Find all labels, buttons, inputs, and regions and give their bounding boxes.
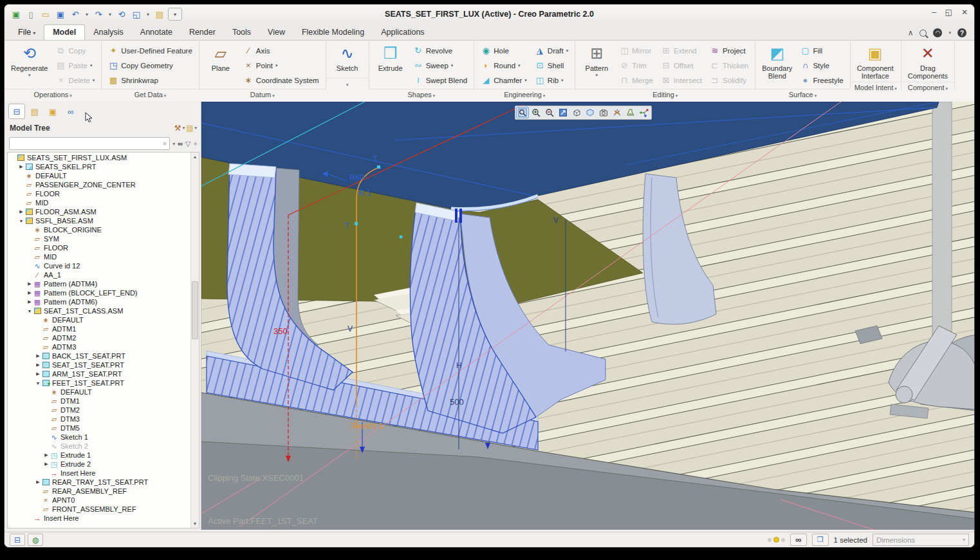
tab-model[interactable]: Model bbox=[44, 24, 85, 40]
tree-item-mid[interactable]: ▱MID bbox=[10, 198, 190, 207]
tree-item-default[interactable]: ∗DEFAULT bbox=[10, 387, 190, 397]
help-icon[interactable]: ? bbox=[957, 28, 966, 37]
tree-item-sketch-1[interactable]: ∿Sketch 1 bbox=[10, 433, 190, 442]
round-button[interactable]: ◗Round▾ bbox=[477, 58, 530, 73]
scroll-down-icon[interactable]: ▼ bbox=[191, 519, 199, 528]
graphics-area[interactable]: 350 500 V V H T T R60 R 1 Sketch 1 Clipp… bbox=[201, 102, 975, 530]
named-views-icon[interactable] bbox=[570, 107, 583, 118]
toggle-navigator-icon[interactable]: ⊟ bbox=[10, 534, 25, 546]
search-filter-icon[interactable]: ▽ bbox=[185, 140, 190, 148]
search-caret-icon[interactable]: ▾ bbox=[172, 141, 175, 147]
tab-tools[interactable]: Tools bbox=[224, 25, 259, 40]
expand-right-icon[interactable]: ▶ bbox=[26, 299, 33, 304]
tree-item-seat-1st-seat-prt[interactable]: ▶SEAT_1ST_SEAT.PRT bbox=[10, 360, 190, 369]
group-label-engineering[interactable]: Engineering bbox=[474, 89, 575, 100]
tree-item-pattern-adtm4-[interactable]: ▶▦Pattern (ADTM4) bbox=[10, 279, 190, 288]
dropdown-caret-icon[interactable]: ▾ bbox=[451, 63, 454, 68]
component-interface-button[interactable]: ▣Component Interface bbox=[854, 42, 897, 81]
pattern-button[interactable]: ⊞Pattern▾ bbox=[578, 42, 615, 88]
tree-settings-caret-icon[interactable]: ▾ bbox=[183, 126, 185, 131]
tree-item-pattern-block-left-end-[interactable]: ▶▦Pattern (BLOCK_LEFT_END) bbox=[10, 288, 190, 297]
extrude-button[interactable]: ❒Extrude bbox=[373, 42, 409, 88]
expand-down-icon[interactable]: ▼ bbox=[26, 309, 33, 313]
sketch-button[interactable]: ∿Sketch bbox=[329, 42, 365, 77]
tab-annotate[interactable]: Annotate bbox=[132, 25, 181, 40]
tree-item-arm-1st-seat-prt[interactable]: ▶ARM_1ST_SEAT.PRT bbox=[10, 369, 190, 378]
windows-icon[interactable]: ◱ bbox=[130, 8, 143, 21]
tree-item-extrude-1[interactable]: ▶◳Extrude 1 bbox=[10, 451, 190, 460]
copy-geometry-button[interactable]: ◳Copy Geometry bbox=[105, 58, 196, 73]
regenerate-icon[interactable]: ⟲ bbox=[115, 8, 128, 21]
dropdown-caret-icon[interactable]: ▾ bbox=[518, 63, 521, 68]
search-clear-icon[interactable]: × bbox=[163, 140, 167, 147]
save-icon[interactable]: ▣ bbox=[54, 8, 67, 21]
undo-icon[interactable]: ↶ bbox=[69, 8, 82, 21]
3d-model-view[interactable]: 350 500 V V H T T R60 R 1 Sketch 1 Clipp… bbox=[201, 102, 975, 530]
tree-item-back-1st-seat-prt[interactable]: ▶BACK_1ST_SEAT.PRT bbox=[10, 351, 190, 360]
tree-item-passenger-zone-center[interactable]: ▱PASSENGER_ZONE_CENTER bbox=[10, 180, 190, 189]
tree-item-aa-1[interactable]: ∕AA_1 bbox=[10, 270, 190, 279]
redo-caret-icon[interactable]: ▾ bbox=[107, 8, 113, 21]
model-tree-tab[interactable]: ⊟ bbox=[8, 104, 25, 119]
expand-right-icon[interactable]: ▶ bbox=[43, 462, 50, 467]
tree-item-curve-id-12[interactable]: ∿Curve id 12 bbox=[10, 261, 190, 270]
shell-button[interactable]: ⊡Shell bbox=[532, 58, 571, 73]
tree-item-block-origine[interactable]: ∗BLOCK_ORIGINE bbox=[10, 225, 190, 234]
tree-item-dtm2[interactable]: ▱DTM2 bbox=[10, 406, 190, 415]
group-label-datum[interactable]: Datum bbox=[199, 89, 326, 100]
tab-view[interactable]: View bbox=[259, 25, 293, 40]
tree-item-seats-set-first-lux-asm[interactable]: SEATS_SET_FIRST_LUX.ASM bbox=[10, 153, 190, 162]
windows-caret-icon[interactable]: ▾ bbox=[145, 8, 151, 21]
zoom-region-icon[interactable] bbox=[516, 107, 529, 118]
tree-scrollbar[interactable]: ▲ ▼ bbox=[190, 153, 199, 528]
scroll-up-icon[interactable]: ▲ bbox=[191, 153, 199, 161]
fill-button[interactable]: ▢Fill bbox=[797, 43, 846, 58]
axis-button[interactable]: ∕Axis bbox=[240, 43, 322, 58]
group-label-operations[interactable]: Operations bbox=[5, 89, 101, 100]
tab-analysis[interactable]: Analysis bbox=[85, 25, 132, 40]
tree-item-adtm2[interactable]: ▱ADTM2 bbox=[10, 333, 190, 342]
tree-item-front-assembly-ref[interactable]: ▱FRONT_ASSEMBLY_REF bbox=[10, 505, 190, 514]
tree-item-ssfl-base-asm[interactable]: ▼SSFL_BASE.ASM bbox=[10, 216, 190, 225]
sweep-button[interactable]: ∾Sweep▾ bbox=[410, 58, 471, 73]
group-label-surface[interactable]: Surface bbox=[755, 89, 849, 100]
expand-right-icon[interactable]: ▶ bbox=[26, 290, 33, 295]
search-expand-icon[interactable]: + bbox=[194, 140, 198, 147]
hole-button[interactable]: ◉Hole bbox=[477, 43, 530, 58]
tree-item-rear-asembly-ref[interactable]: ▱REAR_ASEMBLY_REF bbox=[10, 487, 190, 496]
connect-caret-icon[interactable]: ▾ bbox=[948, 30, 951, 35]
close-window-icon[interactable]: ▤ bbox=[153, 8, 166, 21]
expand-right-icon[interactable]: ▶ bbox=[43, 453, 50, 458]
dim-350-label[interactable]: 350 bbox=[273, 326, 288, 336]
app-icon[interactable]: ▣ bbox=[10, 8, 23, 21]
customize-icon[interactable]: ▾ bbox=[168, 8, 182, 21]
scroll-thumb[interactable] bbox=[192, 281, 198, 339]
dropdown-caret-icon[interactable]: ▾ bbox=[524, 78, 527, 83]
restore-button[interactable]: ◱ bbox=[945, 8, 952, 17]
tab-render[interactable]: Render bbox=[181, 25, 224, 40]
favorites-tab[interactable]: ▣ bbox=[44, 104, 61, 119]
display-style-icon[interactable] bbox=[584, 107, 596, 118]
tree-item-extrude-2[interactable]: ▶◳Extrude 2 bbox=[10, 460, 190, 469]
dropdown-caret-icon[interactable]: ▾ bbox=[275, 63, 278, 68]
refit-icon[interactable] bbox=[557, 107, 569, 118]
r60-label[interactable]: R60 bbox=[349, 173, 364, 182]
shrinkwrap-button[interactable]: ▩Shrinkwrap bbox=[105, 73, 196, 88]
tree-item-dtm5[interactable]: ▱DTM5 bbox=[10, 424, 190, 433]
spin-center-icon[interactable] bbox=[638, 107, 651, 118]
expand-right-icon[interactable]: ▶ bbox=[35, 362, 41, 368]
minimize-button[interactable]: – bbox=[932, 8, 936, 17]
undo-caret-icon[interactable]: ▾ bbox=[84, 8, 90, 21]
close-button[interactable]: ✕ bbox=[961, 8, 968, 17]
tab-flexible-modeling[interactable]: Flexible Modeling bbox=[293, 25, 373, 40]
tree-item-default[interactable]: ∗DEFAULT bbox=[10, 171, 190, 180]
tree-item-seat-1st-class-asm[interactable]: ▼SEAT_1ST_CLASS.ASM bbox=[10, 306, 190, 315]
tree-item-sketch-2[interactable]: ∿Sketch 2 bbox=[10, 442, 190, 451]
chamfer-button[interactable]: ◢Chamfer▾ bbox=[477, 73, 530, 88]
swept-blend-button[interactable]: ≀Swept Blend bbox=[410, 73, 471, 88]
selection-filter-dropdown[interactable]: Dimensions ▾ bbox=[873, 534, 969, 546]
connections-tab[interactable]: ∞ bbox=[62, 104, 79, 119]
expand-right-icon[interactable]: ▶ bbox=[35, 353, 41, 359]
tree-item-feet-1st-seat-prt[interactable]: ▼FEET_1ST_SEAT.PRT bbox=[10, 378, 190, 387]
freestyle-button[interactable]: ●Freestyle bbox=[797, 73, 846, 88]
